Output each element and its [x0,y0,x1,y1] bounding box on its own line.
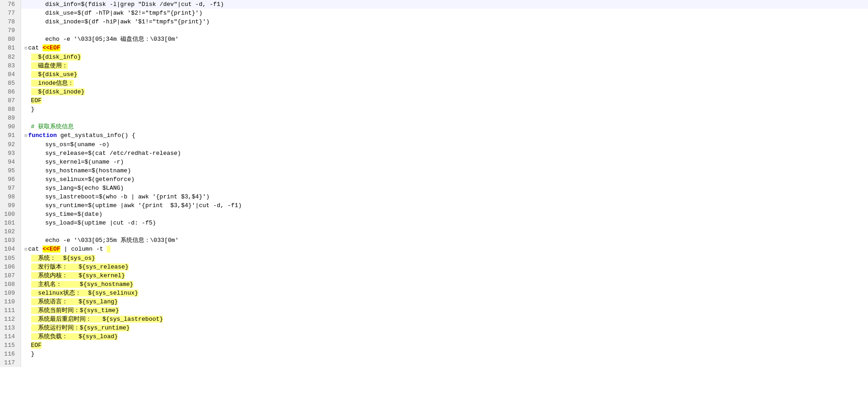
line-content: } [21,350,868,358]
table-row: 91⊟function get_systatus_info() { [0,131,868,140]
fold-icon[interactable]: ⊟ [25,247,27,252]
line-content: } [21,105,868,114]
table-row: 113 系统运行时间：${sys_runtime} [0,324,868,332]
table-row: 99 sys_runtime=$(uptime |awk '{print $3,… [0,201,868,210]
table-row: 87EOF [0,96,868,105]
line-content: ${disk_inode} [21,88,868,96]
line-content: selinux状态： ${sys_selinux} [21,289,868,297]
line-number: 101 [0,219,21,227]
line-content: 发行版本： ${sys_release} [21,263,868,271]
line-content: echo -e '\033[05;35m 系统信息：\033[0m' [21,236,868,245]
line-number: 77 [0,9,21,17]
fold-icon[interactable]: ⊟ [25,133,27,138]
line-number: 103 [0,236,21,245]
line-content: 系统内核： ${sys_kernel} [21,271,868,280]
table-row: 112 系统最后重启时间： ${sys_lastreboot} [0,315,868,324]
line-content: EOF [21,96,868,105]
table-row: 86 ${disk_inode} [0,88,868,96]
table-row: 108 主机名： ${sys_hostname} [0,280,868,289]
line-number: 86 [0,88,21,96]
table-row: 117 [0,358,868,367]
line-number: 104 [0,245,21,254]
line-content [21,227,868,236]
line-number: 92 [0,140,21,149]
line-number: 111 [0,306,21,315]
table-row: 79 [0,26,868,35]
table-row: 88} [0,105,868,114]
line-number: 112 [0,315,21,324]
line-number: 117 [0,358,21,367]
line-number: 84 [0,70,21,79]
line-content: 系统语言： ${sys_lang} [21,297,868,306]
line-number: 91 [0,131,21,140]
line-content: 主机名： ${sys_hostname} [21,280,868,289]
table-row: 81⊟cat <<EOF [0,44,868,53]
table-row: 114 系统负载： ${sys_load} [0,332,868,341]
table-row: 93 sys_release=$(cat /etc/redhat-release… [0,149,868,158]
line-number: 97 [0,184,21,192]
line-content: 系统负载： ${sys_load} [21,332,868,341]
line-content: sys_selinux=$(getenforce) [21,175,868,184]
line-number: 109 [0,289,21,297]
line-content: ⊟cat <<EOF [21,44,868,53]
table-row: 111 系统当前时间：${sys_time} [0,306,868,315]
line-number: 95 [0,166,21,175]
line-content: sys_hostname=$(hostname) [21,166,868,175]
table-row: 78 disk_inode=$(df -hiP|awk '$1!="tmpfs"… [0,17,868,26]
line-number: 105 [0,254,21,263]
line-number: 76 [0,0,21,9]
table-row: 90# 获取系统信息 [0,122,868,131]
line-number: 90 [0,122,21,131]
line-number: 96 [0,175,21,184]
line-content: sys_kernel=$(uname -r) [21,158,868,166]
table-row: 83 磁盘使用： [0,61,868,70]
table-row: 84 ${disk_use} [0,70,868,79]
line-number: 87 [0,96,21,105]
line-number: 98 [0,192,21,201]
line-content: echo -e '\033[05;34m 磁盘信息：\033[0m' [21,35,868,44]
line-content: disk_inode=$(df -hiP|awk '$1!="tmpfs"{pr… [21,17,868,26]
line-content: ${disk_info} [21,53,868,61]
line-content [21,114,868,122]
table-row: 95 sys_hostname=$(hostname) [0,166,868,175]
table-row: 107 系统内核： ${sys_kernel} [0,271,868,280]
line-number: 102 [0,227,21,236]
line-content: ⊟function get_systatus_info() { [21,131,868,140]
line-number: 83 [0,61,21,70]
line-content: sys_release=$(cat /etc/redhat-release) [21,149,868,158]
line-content [21,26,868,35]
table-row: 98 sys_lastreboot=$(who -b | awk '{print… [0,192,868,201]
table-row: 103 echo -e '\033[05;35m 系统信息：\033[0m' [0,236,868,245]
fold-icon[interactable]: ⊟ [25,46,27,51]
table-row: 106 发行版本： ${sys_release} [0,263,868,271]
line-content: sys_os=$(uname -o) [21,140,868,149]
table-row: 110 系统语言： ${sys_lang} [0,297,868,306]
table-row: 102 [0,227,868,236]
line-content: 磁盘使用： [21,61,868,70]
table-row: 101 sys_load=$(uptime |cut -d: -f5) [0,219,868,227]
code-editor: 76 disk_info=$(fdisk -l|grep "Disk /dev"… [0,0,868,417]
line-content: sys_time=$(date) [21,210,868,219]
table-row: 97 sys_lang=$(echo $LANG) [0,184,868,192]
line-content: sys_runtime=$(uptime |awk '{print $3,$4}… [21,201,868,210]
table-row: 115EOF [0,341,868,350]
table-row: 89 [0,114,868,122]
table-row: 92 sys_os=$(uname -o) [0,140,868,149]
table-row: 82 ${disk_info} [0,53,868,61]
line-number: 99 [0,201,21,210]
line-number: 82 [0,53,21,61]
line-number: 94 [0,158,21,166]
line-content: # 获取系统信息 [21,122,868,131]
line-number: 107 [0,271,21,280]
table-row: 85 inode信息： [0,79,868,88]
table-row: 80 echo -e '\033[05;34m 磁盘信息：\033[0m' [0,35,868,44]
table-row: 116} [0,350,868,358]
table-row: 94 sys_kernel=$(uname -r) [0,158,868,166]
line-number: 85 [0,79,21,88]
line-number: 116 [0,350,21,358]
line-content [21,358,868,367]
line-number: 108 [0,280,21,289]
line-content: disk_use=$(df -hTP|awk '$2!="tmpfs"{prin… [21,9,868,17]
table-row: 76 disk_info=$(fdisk -l|grep "Disk /dev"… [0,0,868,9]
line-content: inode信息： [21,79,868,88]
